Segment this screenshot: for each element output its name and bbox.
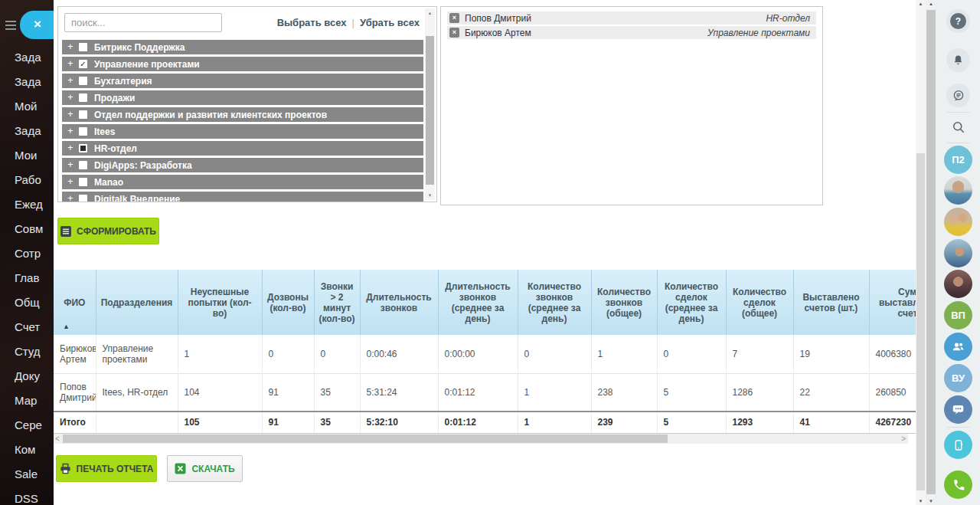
contacts-button[interactable] [944,333,972,361]
sidebar-item[interactable]: Глав [15,271,39,284]
sidebar-item[interactable]: Зада [15,51,41,64]
sidebar-item[interactable]: Зада [15,75,41,88]
chat-button[interactable] [946,84,970,107]
slider-close-button[interactable]: × [20,11,55,39]
avatar[interactable]: ВП [944,301,972,330]
scroll-down-icon[interactable]: ▼ [926,498,936,504]
department-row[interactable]: + Digitalk Внедрение [62,192,423,202]
sidebar-item[interactable]: Мои [15,149,37,162]
checkbox-checked[interactable]: ✓ [79,60,87,68]
scroll-up-icon[interactable]: ▲ [425,10,435,16]
column-header[interactable]: Количество звонков (общее) [591,270,657,335]
column-header[interactable]: Сумма выставленных счетов [869,270,916,335]
scroll-down-icon[interactable]: ▼ [425,192,435,198]
notifications-button[interactable] [946,48,970,72]
department-row[interactable]: + Отдел поддержки и развития клиентских … [62,107,423,122]
scroll-up-icon[interactable]: ▲ [926,1,936,7]
avatar[interactable] [944,208,972,236]
sidebar-item[interactable]: Счет [15,320,40,333]
remove-employee-button[interactable]: × [449,28,459,38]
telephony-button[interactable] [944,471,972,499]
column-header-fio[interactable]: ФИО▲ [54,270,96,335]
expand-plus-icon[interactable]: + [67,92,74,103]
department-row[interactable]: + Продажи [62,90,423,105]
column-header[interactable]: Длительность звонков (среднее за день) [438,270,518,335]
avatar[interactable] [944,239,972,267]
column-header[interactable]: Количество сделок (среднее за день) [657,270,726,335]
scroll-right-icon[interactable]: > [901,434,906,444]
select-all-link[interactable]: Выбрать всех [277,17,347,28]
sidebar-item[interactable]: Ежед [15,198,43,211]
avatar[interactable]: ВУ [944,364,972,392]
expand-plus-icon[interactable]: + [67,143,74,153]
download-button[interactable]: СКАЧАТЬ [167,455,243,482]
clear-all-link[interactable]: Убрать всех [360,17,420,28]
horizontal-scrollbar-thumb[interactable] [63,434,668,443]
checkbox-partial[interactable] [79,144,87,152]
avatar[interactable]: П2 [944,146,972,174]
sidebar-item[interactable]: Рабо [15,173,41,186]
column-header[interactable]: Длительность звонков [360,270,438,335]
tree-scrollbar[interactable]: ▲ ▼ [425,8,435,200]
horizontal-scrollbar[interactable]: < > [54,434,908,444]
checkbox-unchecked[interactable] [79,93,87,102]
sidebar-item[interactable]: DSS [15,492,38,505]
department-row[interactable]: + DigiApps: Разработка [62,158,423,172]
expand-plus-icon[interactable]: + [67,109,74,120]
department-row[interactable]: + HR-отдел [62,141,423,156]
checkbox-unchecked[interactable] [79,161,87,169]
sidebar-item[interactable]: Ком [15,443,35,456]
scroll-down-icon[interactable]: ▼ [916,498,926,504]
department-row[interactable]: + Бухгалтерия [62,74,423,88]
sidebar-item[interactable]: Мар [15,394,37,407]
expand-plus-icon[interactable]: + [67,176,74,187]
group-chat-button[interactable] [944,395,972,424]
scroll-up-icon[interactable]: ▲ [916,1,926,7]
hamburger-menu-icon[interactable] [5,21,16,30]
column-header[interactable]: Количество сделок (общее) [726,270,793,335]
search-button[interactable] [949,118,968,136]
column-header[interactable]: Количество звонков (среднее за день) [518,270,591,335]
expand-plus-icon[interactable]: + [67,159,74,170]
sidebar-item[interactable]: Совм [15,222,43,235]
inner-scrollbar-thumb[interactable] [916,153,925,490]
avatar[interactable] [944,176,972,205]
page-scrollbar-thumb[interactable] [926,10,936,494]
page-vertical-scrollbar[interactable]: ▲ ▼ [926,0,936,505]
expand-plus-icon[interactable]: + [67,75,74,86]
avatar[interactable] [944,270,972,298]
expand-plus-icon[interactable]: + [67,41,74,52]
column-header[interactable]: Дозвоны (кол-во) [262,270,314,335]
inner-vertical-scrollbar[interactable]: ▲ ▼ [916,0,926,505]
sidebar-item[interactable]: Зада [15,124,41,137]
department-row[interactable]: + Битрикс Поддержка [62,40,423,54]
remove-employee-button[interactable]: × [449,13,459,23]
expand-plus-icon[interactable]: + [67,58,74,69]
department-row[interactable]: + Manao [62,175,423,189]
column-header[interactable]: Подразделения [96,270,178,335]
sidebar-item[interactable]: Доку [15,369,40,382]
department-row[interactable]: + ✓ Управление проектами [62,57,423,71]
search-input[interactable] [64,13,222,32]
tree-scrollbar-thumb[interactable] [426,36,434,185]
generate-report-button[interactable]: СФОРМИРОВАТЬ [57,218,159,244]
sidebar-item[interactable]: Общ [15,296,40,309]
checkbox-unchecked[interactable] [79,110,87,119]
checkbox-unchecked[interactable] [79,77,87,85]
checkbox-unchecked[interactable] [79,127,87,136]
column-header[interactable]: Звонки > 2 минут (кол-во) [314,270,360,335]
column-header[interactable]: Выставлено счетов (шт.) [793,270,869,335]
print-report-button[interactable]: ПЕЧАТЬ ОТЧЕТА [56,455,157,482]
column-header[interactable]: Неуспешные попытки (кол-во) [178,270,262,335]
mobile-app-button[interactable] [944,431,972,459]
sidebar-item[interactable]: Сотр [15,247,41,260]
sidebar-item[interactable]: Сере [15,418,42,431]
checkbox-unchecked[interactable] [79,178,87,186]
sidebar-item[interactable]: Студ [15,345,41,358]
help-button[interactable]: ? [946,9,970,33]
sidebar-item[interactable]: Sale [15,467,38,480]
checkbox-unchecked[interactable] [79,43,87,51]
department-row[interactable]: + Itees [62,124,423,139]
sidebar-item[interactable]: Мой [15,100,37,113]
expand-plus-icon[interactable]: + [67,126,74,136]
